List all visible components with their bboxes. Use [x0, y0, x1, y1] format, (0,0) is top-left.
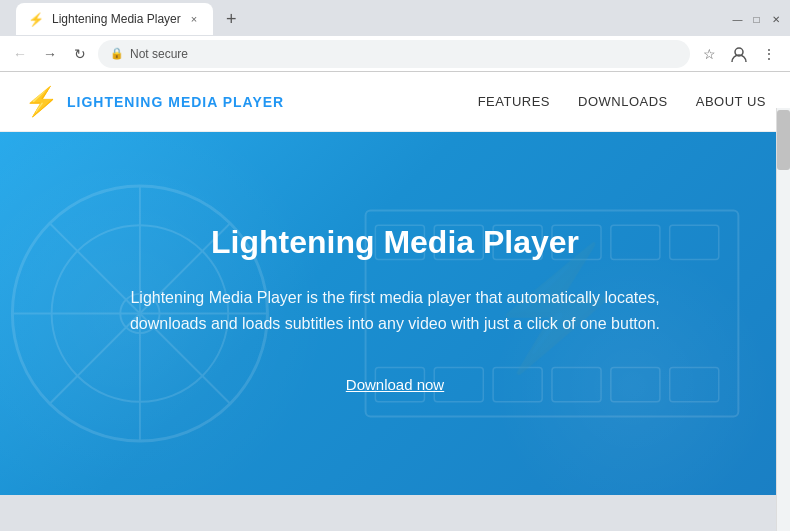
svg-rect-20	[670, 367, 719, 401]
tab-title: Lightening Media Player	[52, 12, 181, 26]
svg-rect-18	[552, 367, 601, 401]
bookmark-icon[interactable]: ☆	[696, 41, 722, 67]
window-controls: — □ ✕	[731, 13, 782, 26]
svg-rect-14	[670, 225, 719, 259]
svg-rect-19	[611, 367, 660, 401]
url-text: Not secure	[130, 47, 678, 61]
nav-link-features[interactable]: FEATURES	[478, 94, 550, 109]
tab-favicon: ⚡	[28, 12, 44, 27]
profile-icon[interactable]	[726, 41, 752, 67]
browser-window: ⚡ Lightening Media Player × + — □ ✕ ← → …	[0, 0, 790, 495]
tab-bar: ⚡ Lightening Media Player × +	[8, 3, 253, 35]
toolbar-icons: ☆ ⋮	[696, 41, 782, 67]
lock-icon: 🔒	[110, 47, 124, 60]
scrollbar[interactable]	[776, 108, 790, 531]
close-button[interactable]: ✕	[769, 13, 782, 26]
menu-icon[interactable]: ⋮	[756, 41, 782, 67]
site-nav: ⚡ LIGHTENING MEDIA PLAYER FEATURES DOWNL…	[0, 72, 790, 132]
download-now-link[interactable]: Download now	[346, 376, 444, 393]
nav-links: FEATURES DOWNLOADS ABOUT US	[478, 94, 766, 109]
hero-title: Lightening Media Player	[211, 224, 579, 261]
maximize-button[interactable]: □	[750, 13, 763, 26]
logo-bolt-icon: ⚡	[24, 88, 59, 116]
back-button[interactable]: ←	[8, 42, 32, 66]
logo-area: ⚡ LIGHTENING MEDIA PLAYER	[24, 88, 284, 116]
forward-button[interactable]: →	[38, 42, 62, 66]
nav-link-downloads[interactable]: DOWNLOADS	[578, 94, 668, 109]
tab-close-button[interactable]: ×	[189, 11, 199, 27]
reload-button[interactable]: ↻	[68, 42, 92, 66]
hero-description: Lightening Media Player is the first med…	[95, 285, 695, 336]
svg-rect-17	[493, 367, 542, 401]
website-content: ⚡ LIGHTENING MEDIA PLAYER FEATURES DOWNL…	[0, 72, 790, 495]
address-field[interactable]: 🔒 Not secure	[98, 40, 690, 68]
scrollbar-thumb[interactable]	[777, 110, 790, 170]
logo-text: LIGHTENING MEDIA PLAYER	[67, 94, 284, 110]
active-tab[interactable]: ⚡ Lightening Media Player ×	[16, 3, 213, 35]
new-tab-button[interactable]: +	[217, 5, 245, 33]
address-bar-row: ← → ↻ 🔒 Not secure ☆ ⋮	[0, 36, 790, 72]
minimize-button[interactable]: —	[731, 13, 744, 26]
nav-link-about-us[interactable]: ABOUT US	[696, 94, 766, 109]
svg-rect-13	[611, 225, 660, 259]
title-bar: ⚡ Lightening Media Player × + — □ ✕	[0, 0, 790, 36]
hero-section: ⚡ Lightening Media Player Lightening Med…	[0, 132, 790, 495]
